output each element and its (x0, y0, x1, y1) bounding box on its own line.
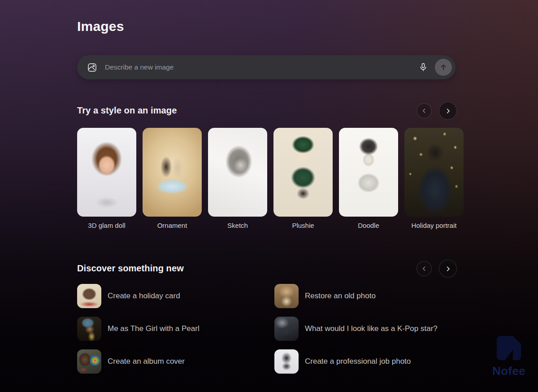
discover-item-album-cover[interactable]: Create an album cover (77, 349, 274, 374)
style-card-label: Holiday portrait (404, 222, 464, 229)
style-card-image-sketch (208, 128, 267, 217)
chevron-left-icon (421, 265, 428, 272)
discover-item-label: Me as The Girl with a Pearl (108, 324, 200, 333)
add-image-button[interactable] (86, 61, 98, 73)
discover-item-thumbnail (274, 284, 299, 308)
style-card-label: Sketch (208, 222, 267, 229)
nofee-watermark-text: Nofee (490, 364, 528, 378)
style-card-doodle[interactable]: Doodle (339, 128, 398, 229)
submit-prompt-button[interactable] (435, 59, 452, 76)
discover-section-title: Discover something new (77, 263, 184, 274)
discover-carousel-next-button[interactable] (439, 260, 457, 278)
style-carousel-nav (417, 102, 457, 120)
style-card-image-ornament (143, 128, 202, 217)
style-card-holiday-portrait[interactable]: Holiday portrait (404, 128, 464, 229)
discover-item-thumbnail (77, 284, 101, 308)
microphone-icon (418, 62, 428, 72)
style-card-image-holiday-portrait (404, 128, 464, 217)
style-card-image-doodle (339, 128, 398, 217)
style-section-title: Try a style on an image (77, 105, 177, 116)
style-card-image-plushie (273, 128, 333, 217)
discover-carousel-nav (417, 260, 457, 278)
discover-item-restore-old-photo[interactable]: Restore an old photo (274, 284, 464, 308)
discover-item-girl-with-pearl[interactable]: Me as The Girl with a Pearl (77, 317, 274, 341)
style-card-sketch[interactable]: Sketch (208, 128, 267, 229)
chevron-left-icon (421, 107, 428, 114)
style-card-plushie[interactable]: Plushie (273, 128, 333, 229)
style-card-3d-glam-doll[interactable]: 3D glam doll (77, 128, 136, 229)
discover-item-thumbnail (77, 349, 101, 374)
image-icon (87, 62, 97, 73)
style-cards-row: 3D glam doll Ornament Sketch Plushie Doo… (77, 128, 464, 229)
page-title: Images (77, 19, 124, 34)
arrow-up-icon (439, 63, 448, 72)
discover-item-label: Create a professional job photo (305, 357, 411, 366)
discover-item-label: Create an album cover (108, 357, 185, 366)
discover-item-thumbnail (274, 317, 299, 341)
style-card-label: Plushie (273, 222, 333, 229)
style-card-label: Ornament (143, 222, 202, 229)
discover-item-label: What would I look like as a K-Pop star? (305, 324, 438, 333)
nofee-watermark: Nofee (490, 334, 528, 378)
discover-item-professional-job-photo[interactable]: Create a professional job photo (274, 349, 464, 374)
style-card-ornament[interactable]: Ornament (143, 128, 202, 229)
style-card-label: Doodle (339, 222, 398, 229)
image-prompt-bar[interactable] (77, 55, 456, 79)
discover-carousel-prev-button[interactable] (417, 261, 432, 276)
style-carousel-prev-button[interactable] (417, 103, 432, 118)
discover-item-thumbnail (77, 317, 101, 341)
discover-item-label: Create a holiday card (108, 292, 180, 301)
discover-item-holiday-card[interactable]: Create a holiday card (77, 284, 274, 308)
discover-item-thumbnail (274, 349, 299, 374)
style-card-label: 3D glam doll (77, 222, 136, 229)
nofee-logo-icon (495, 334, 523, 362)
voice-input-button[interactable] (416, 60, 430, 74)
discover-items-grid: Create a holiday card Restore an old pho… (77, 284, 464, 374)
chevron-right-icon (444, 265, 452, 273)
discover-item-kpop-star[interactable]: What would I look like as a K-Pop star? (274, 317, 464, 341)
image-prompt-input[interactable] (104, 55, 416, 79)
discover-item-label: Restore an old photo (305, 292, 376, 301)
style-card-image-3d-glam-doll (77, 128, 136, 217)
chevron-right-icon (444, 107, 452, 115)
style-carousel-next-button[interactable] (439, 102, 457, 120)
